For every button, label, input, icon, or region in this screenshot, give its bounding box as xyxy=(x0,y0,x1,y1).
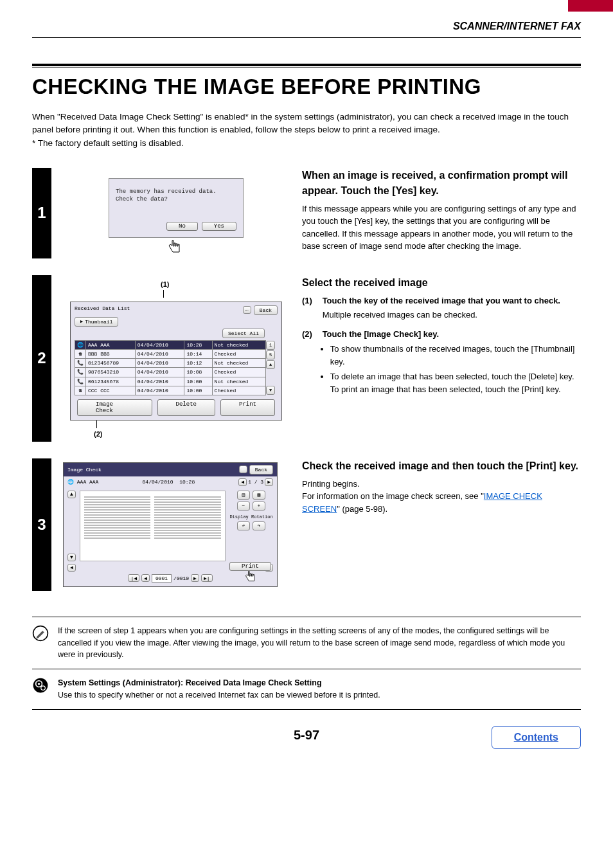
page-current: 0001 xyxy=(152,574,172,583)
callout-2: (2) xyxy=(94,430,289,438)
row-status: Checked xyxy=(212,350,265,359)
row-name: BBB BBB xyxy=(86,350,136,359)
row-date: 04/04/2010 xyxy=(135,340,184,349)
row-time: 10:12 xyxy=(184,359,212,368)
row-name: 9876543210 xyxy=(86,368,136,377)
table-row[interactable]: 📞012345678904/04/201010:12Not checked xyxy=(75,359,266,368)
panel-title: Received Data List xyxy=(75,305,130,315)
row-date: 04/04/2010 xyxy=(135,350,184,359)
back-button[interactable]: Back xyxy=(254,305,278,315)
step3-body1: Printing begins. xyxy=(302,478,581,491)
phone-icon: 📞 xyxy=(75,377,86,386)
thumbnail-button[interactable]: ▶Thumbnail xyxy=(75,317,118,327)
last-page-button[interactable]: ▶| xyxy=(201,574,213,582)
rule-thin xyxy=(32,68,581,68)
hscroll-left-button[interactable]: ◀ xyxy=(67,564,76,572)
row-status: Not checked xyxy=(212,359,265,368)
row-name: 0612345678 xyxy=(86,377,136,386)
table-row[interactable]: 🌐AAA AAA04/04/201010:28Not checked xyxy=(75,340,266,349)
back-arrow-icon[interactable]: ← xyxy=(243,306,251,314)
callout-1: (1) xyxy=(161,280,289,288)
table-row[interactable]: ☎BBB BBB04/04/201010:14Checked xyxy=(75,350,266,359)
step2-figure: (1) Received Data List ← Back ▶Thumbnail… xyxy=(51,275,296,442)
page-next-button[interactable]: ▶ xyxy=(265,478,273,486)
pencil-note-icon xyxy=(32,625,49,642)
callout-line xyxy=(163,290,164,298)
row-date: 04/04/2010 xyxy=(135,377,184,386)
received-list-table: 🌐AAA AAA04/04/201010:28Not checked ☎BBB … xyxy=(75,340,266,395)
note2-body: Use this to specify whether or not a rec… xyxy=(58,689,380,701)
panel3-title: Image Check xyxy=(67,467,102,473)
confirm-dialog: The memory has received data. Check the … xyxy=(109,178,244,238)
select-all-button[interactable]: Select All xyxy=(222,329,265,338)
scroll-up-button[interactable]: ▲ xyxy=(266,360,275,369)
fit-page-icon[interactable]: ▦ xyxy=(253,491,265,500)
zoom-in-button[interactable]: + xyxy=(253,502,265,511)
scroll-down-button[interactable]: ▼ xyxy=(266,386,275,395)
table-row[interactable]: 📞987654321004/04/201010:08Checked xyxy=(75,368,266,377)
meta-date: 04/04/2010 xyxy=(143,479,173,485)
sub2-bullet: To show thumbnails of the received image… xyxy=(330,343,581,368)
touch-hand-icon xyxy=(166,239,182,255)
net-icon: 🌐 xyxy=(75,340,86,349)
display-rotation-label: Display Rotation xyxy=(229,514,272,520)
section-header: SCANNER/INTERNET FAX xyxy=(32,13,581,38)
zoom-out-button[interactable]: − xyxy=(237,502,250,511)
step1-figure: The memory has received data. Check the … xyxy=(51,168,296,258)
step2-heading: Select the received image xyxy=(302,275,581,291)
step3-text: Check the received image and then touch … xyxy=(296,458,581,591)
step2-text: Select the received image (1) Touch the … xyxy=(296,275,581,442)
image-check-button[interactable]: Image Check xyxy=(77,399,152,416)
preview-side-controls: ▤ ▦ − + Display Rotation ↶ ↷ xyxy=(229,491,273,561)
table-row[interactable]: 📞061234567804/04/201010:00Not checked xyxy=(75,377,266,386)
page-prev-button[interactable]: ◀ xyxy=(238,478,247,486)
print-button[interactable]: Print xyxy=(229,562,271,571)
note-1: If the screen of step 1 appears when you… xyxy=(32,617,581,669)
rotate-left-button[interactable]: ↶ xyxy=(237,521,250,530)
next-page-button[interactable]: ▶ xyxy=(191,574,199,582)
row-name: AAA AAA xyxy=(86,340,136,349)
table-row[interactable]: ☎CCC CCC04/04/201010:00Checked xyxy=(75,386,266,395)
thumbnail-label: Thumbnail xyxy=(85,319,112,325)
vscroll-down-button[interactable]: ▼ xyxy=(67,554,76,561)
step3-body2a: For information on the image check scree… xyxy=(302,491,484,501)
contents-button[interactable]: Contents xyxy=(492,726,581,749)
no-button[interactable]: No xyxy=(166,222,198,231)
step3-figure: Image Check ← Back 🌐 AAA AAA 04/04/2010 … xyxy=(51,458,296,591)
row-date: 04/04/2010 xyxy=(135,368,184,377)
meta-time: 10:28 xyxy=(179,479,195,485)
step1-body: If this message appears while you are co… xyxy=(302,203,581,253)
row-time: 10:14 xyxy=(184,350,212,359)
preview-canvas xyxy=(80,491,226,561)
page-title: CHECKING THE IMAGE BEFORE PRINTING xyxy=(32,75,581,99)
rotate-right-button[interactable]: ↷ xyxy=(253,521,265,530)
fax-icon: ☎ xyxy=(75,350,86,359)
row-date: 04/04/2010 xyxy=(135,386,184,395)
net-icon: 🌐 xyxy=(67,479,74,485)
fit-width-icon[interactable]: ▤ xyxy=(237,491,250,500)
sub2-bullet: To delete an image that has been selecte… xyxy=(330,370,581,395)
step-number: 2 xyxy=(32,275,51,442)
page-total: /0010 xyxy=(173,575,189,581)
first-page-button[interactable]: |◀ xyxy=(128,574,139,582)
gear-note-icon xyxy=(32,677,49,694)
image-check-panel: Image Check ← Back 🌐 AAA AAA 04/04/2010 … xyxy=(63,462,278,587)
scroll-total-indicator: 5 xyxy=(266,350,275,359)
callout-line xyxy=(96,420,97,428)
dialog-line1: The memory has received data. xyxy=(116,188,236,196)
prev-page-button[interactable]: ◀ xyxy=(141,574,150,582)
print-button[interactable]: Print xyxy=(220,399,275,416)
step-number: 3 xyxy=(32,458,51,591)
back-button[interactable]: Back xyxy=(249,465,273,475)
yes-button[interactable]: Yes xyxy=(202,222,236,231)
vscroll-up-button[interactable]: ▲ xyxy=(67,491,76,498)
step-1: 1 The memory has received data. Check th… xyxy=(32,168,581,258)
row-time: 10:28 xyxy=(184,340,212,349)
sub1-desc: Multiple received images can be checked. xyxy=(323,309,581,321)
row-date: 04/04/2010 xyxy=(135,359,184,368)
row-name: CCC CCC xyxy=(86,386,136,395)
delete-button[interactable]: Delete xyxy=(157,399,215,416)
step1-text: When an image is received, a confirmatio… xyxy=(296,168,581,258)
back-arrow-icon[interactable]: ← xyxy=(239,466,247,473)
row-time: 10:08 xyxy=(184,368,212,377)
